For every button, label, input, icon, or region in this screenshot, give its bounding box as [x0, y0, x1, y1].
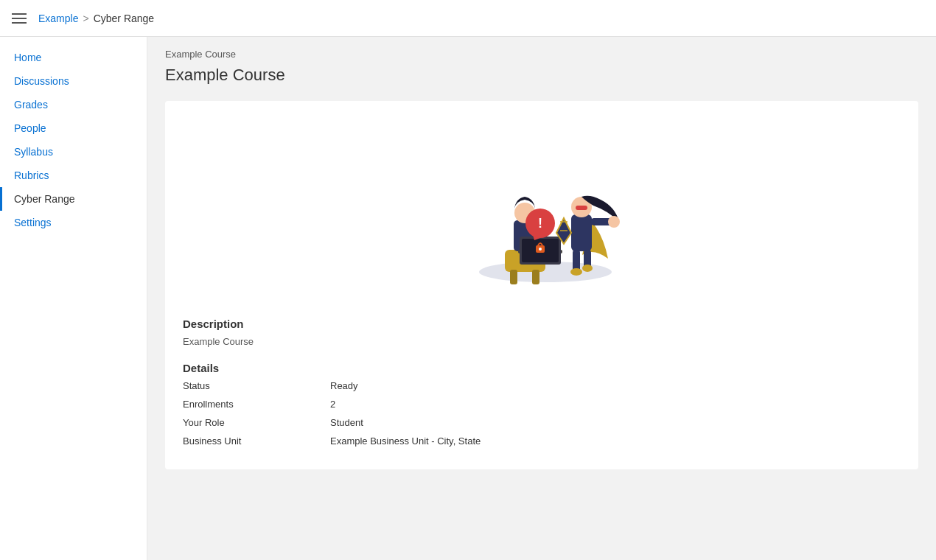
sidebar: Home Discussions Grades People Syllabus … — [0, 37, 147, 560]
detail-label-enrollments: Enrollments — [183, 399, 330, 410]
svg-point-20 — [582, 265, 593, 272]
course-card: ! — [165, 101, 918, 469]
description-title: Description — [183, 318, 901, 330]
cyber-range-illustration: ! — [431, 133, 652, 295]
svg-rect-2 — [510, 270, 517, 284]
details-title: Details — [183, 362, 901, 374]
detail-value-role: Student — [330, 417, 901, 428]
breadcrumb: Example > Cyber Range — [38, 13, 154, 24]
svg-point-10 — [539, 248, 542, 251]
svg-point-19 — [570, 268, 582, 276]
page-title: Example Course — [165, 66, 918, 85]
sidebar-item-cyber-range[interactable]: Cyber Range — [0, 187, 147, 211]
detail-value-enrollments: 2 — [330, 399, 901, 410]
sidebar-item-syllabus[interactable]: Syllabus — [0, 140, 147, 164]
svg-rect-3 — [532, 270, 539, 284]
breadcrumb-link[interactable]: Example — [38, 13, 78, 24]
description-section: Description Example Course — [183, 318, 901, 347]
svg-text:!: ! — [538, 216, 542, 231]
illustration-area: ! — [183, 119, 901, 318]
svg-rect-22 — [576, 206, 587, 210]
layout: Home Discussions Grades People Syllabus … — [0, 37, 936, 560]
hamburger-menu[interactable] — [12, 13, 27, 24]
sidebar-item-home[interactable]: Home — [0, 46, 147, 69]
main-content: Example Course Example Course — [147, 37, 936, 560]
page-header-label: Example Course — [165, 49, 918, 60]
breadcrumb-separator: > — [83, 13, 88, 24]
details-table: Status Ready Enrollments 2 Your Role Stu… — [183, 380, 901, 447]
detail-value-status: Ready — [330, 380, 901, 391]
page-header: Example Course Example Course — [147, 37, 936, 101]
svg-point-24 — [608, 216, 620, 228]
sidebar-item-settings[interactable]: Settings — [0, 211, 147, 234]
sidebar-item-rubrics[interactable]: Rubrics — [0, 164, 147, 187]
sidebar-item-discussions[interactable]: Discussions — [0, 69, 147, 93]
detail-label-business-unit: Business Unit — [183, 435, 330, 447]
topbar: Example > Cyber Range — [0, 0, 936, 37]
breadcrumb-current: Cyber Range — [94, 13, 155, 24]
detail-label-role: Your Role — [183, 417, 330, 428]
description-text: Example Course — [183, 336, 901, 347]
sidebar-item-people[interactable]: People — [0, 116, 147, 140]
sidebar-item-grades[interactable]: Grades — [0, 93, 147, 116]
svg-rect-14 — [571, 214, 592, 251]
detail-label-status: Status — [183, 380, 330, 391]
detail-value-business-unit: Example Business Unit - City, State — [330, 435, 901, 447]
details-section: Details Status Ready Enrollments 2 Your … — [183, 362, 901, 447]
